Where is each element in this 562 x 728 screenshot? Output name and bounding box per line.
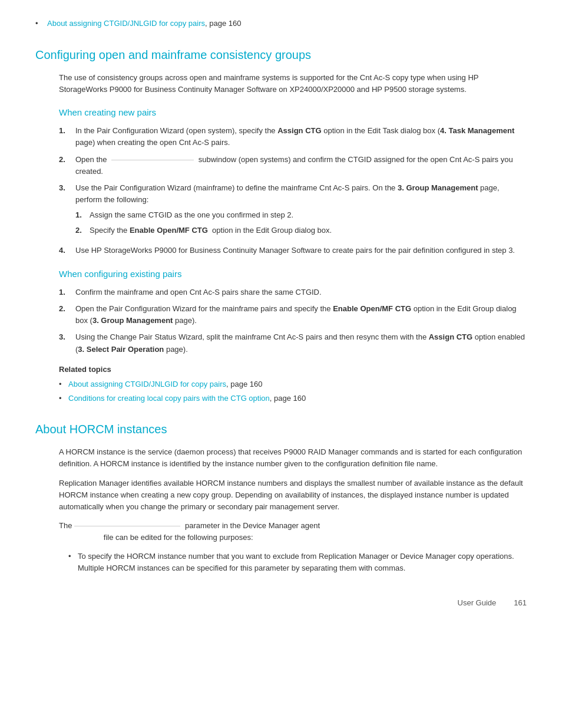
- existing-pairs-step-1: 1. Confirm the mainframe and open Cnt Ac…: [59, 286, 527, 298]
- step3-sub-2: 2. Specify the Enable Open/MF CTG option…: [75, 225, 527, 236]
- related-topic-1-link[interactable]: About assigning CTGID/JNLGID for copy pa…: [68, 380, 226, 388]
- related-topics-heading: Related topics: [59, 364, 527, 375]
- horcm-bullet-1: To specify the HORCM instance number tha…: [68, 551, 527, 574]
- related-topic-1-suffix: , page 160: [226, 380, 262, 388]
- top-bullet-suffix: , page 160: [205, 19, 241, 28]
- horcm-para1: A HORCM instance is the service (daemon …: [59, 446, 527, 470]
- related-topics-list: About assigning CTGID/JNLGID for copy pa…: [59, 378, 527, 404]
- sub-heading-existing-pairs: When configuring existing pairs: [59, 268, 527, 281]
- horcm-para2: Replication Manager identifies available…: [59, 477, 527, 513]
- section-heading-horcm: About HORCM instances: [35, 420, 527, 438]
- page-footer: User Guide 161: [35, 597, 527, 609]
- sub-heading-new-pairs: When creating new pairs: [59, 106, 527, 120]
- footer-page: 161: [514, 597, 527, 609]
- related-topic-2: Conditions for creating local copy pairs…: [59, 393, 527, 404]
- footer-label: User Guide: [458, 597, 497, 609]
- section-configuring: Configuring open and mainframe consisten…: [35, 46, 527, 404]
- new-pairs-step-1: 1. In the Pair Configuration Wizard (ope…: [59, 125, 527, 149]
- related-topic-2-suffix: , page 160: [270, 394, 306, 403]
- new-pairs-list: 1. In the Pair Configuration Wizard (ope…: [59, 125, 527, 256]
- existing-pairs-step-3: 3. Using the Change Pair Status Wizard, …: [59, 331, 527, 355]
- blank-subwindow: [111, 160, 194, 160]
- related-topic-2-link[interactable]: Conditions for creating local copy pairs…: [68, 394, 270, 403]
- section1-intro: The use of consistency groups across ope…: [59, 72, 527, 95]
- section-horcm: About HORCM instances A HORCM instance i…: [35, 420, 527, 574]
- top-bullet-item: About assigning CTGID/JNLGID for copy pa…: [35, 18, 527, 29]
- blank-parameter: [74, 526, 180, 526]
- horcm-para3: The parameter in the Device Manager agen…: [59, 520, 527, 543]
- existing-pairs-step-2: 2. Open the Pair Configuration Wizard fo…: [59, 303, 527, 327]
- step3-sub-list: 1. Assign the same CTGID as the one you …: [75, 209, 527, 236]
- section-heading-configuring: Configuring open and mainframe consisten…: [35, 46, 527, 64]
- existing-pairs-list: 1. Confirm the mainframe and open Cnt Ac…: [59, 286, 527, 355]
- related-topic-1: About assigning CTGID/JNLGID for copy pa…: [59, 378, 527, 390]
- new-pairs-step-2: 2. Open the subwindow (open systems) and…: [59, 154, 527, 177]
- new-pairs-step-4: 4. Use HP StorageWorks P9000 for Busines…: [59, 245, 527, 256]
- new-pairs-step-3: 3. Use the Pair Configuration Wizard (ma…: [59, 182, 527, 241]
- top-bullet-link[interactable]: About assigning CTGID/JNLGID for copy pa…: [47, 19, 205, 28]
- step3-sub-1: 1. Assign the same CTGID as the one you …: [75, 209, 527, 221]
- horcm-bullets: To specify the HORCM instance number tha…: [59, 551, 527, 574]
